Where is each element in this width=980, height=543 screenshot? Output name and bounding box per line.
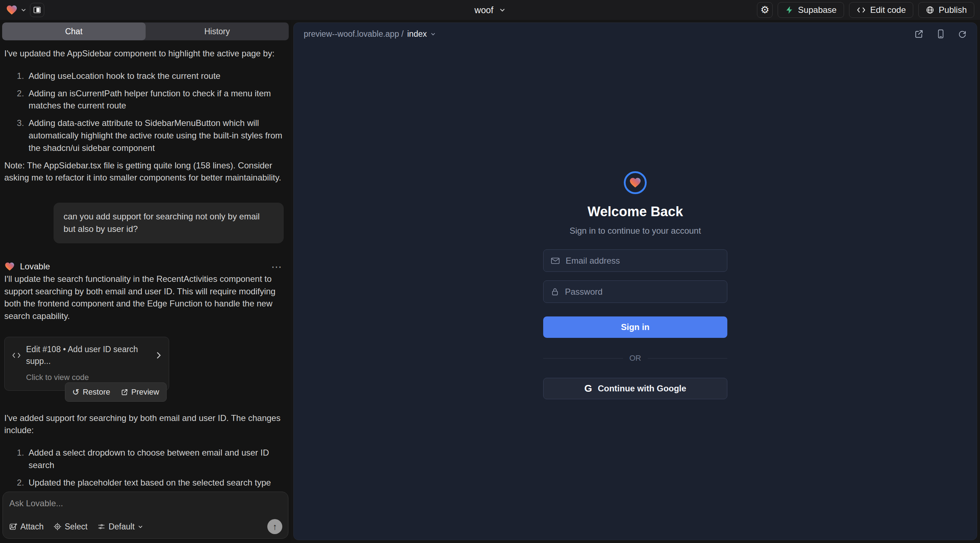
edit-card-toolbar: ↺ Restore Preview [65, 383, 167, 402]
assistant-message-text: I've updated the AppSidebar component to… [4, 48, 286, 60]
chevron-down-icon [21, 7, 26, 13]
app-logo [624, 171, 647, 194]
project-logo-menu[interactable] [6, 4, 26, 16]
topbar: woof ⚙ Supabase [0, 0, 980, 20]
preview-url-host: preview--woof.lovable.app / [304, 29, 404, 39]
email-field [543, 249, 727, 272]
send-button[interactable]: ↑ [267, 519, 282, 534]
signin-card: Welcome Back Sign in to continue to your… [543, 171, 727, 399]
assistant-numbered-list: Added a select dropdown to choose betwee… [4, 447, 286, 488]
preview-header-actions [914, 29, 967, 38]
chat-panel: Chat History I've updated the AppSidebar… [0, 20, 291, 543]
lovable-app: woof ⚙ Supabase [0, 0, 980, 543]
project-title-menu[interactable]: woof [475, 5, 506, 15]
supabase-button[interactable]: Supabase [778, 2, 844, 18]
sidebar-panel-icon [33, 6, 41, 14]
select-label: Select [65, 522, 88, 532]
external-link-icon [914, 29, 924, 38]
assistant-message-text: I'll update the search functionality in … [4, 273, 286, 322]
user-message-row: can you add support for searching not on… [4, 203, 286, 243]
signin-subtitle: Sign in to continue to your account [570, 226, 701, 236]
list-item: Added a select dropdown to choose betwee… [26, 447, 286, 472]
assistant-note-text: Note: The AppSidebar.tsx file is getting… [4, 159, 286, 184]
edit-card-title-row: Edit #108 • Add user ID search supp... [12, 344, 162, 367]
smartphone-icon [937, 29, 945, 38]
assistant-header: Lovable ⋯ [4, 260, 286, 273]
google-signin-button[interactable]: G Continue with Google [543, 378, 727, 399]
lock-icon [550, 287, 559, 296]
mode-label: Default [108, 522, 135, 532]
assistant-numbered-list: Adding useLocation hook to track the cur… [4, 70, 286, 154]
code-brackets-icon [12, 352, 21, 359]
select-target-icon [54, 523, 61, 530]
tab-chat[interactable]: Chat [2, 22, 146, 40]
user-message-bubble: can you add support for searching not on… [54, 203, 284, 243]
attach-button[interactable]: Attach [9, 522, 43, 532]
project-title: woof [475, 5, 493, 15]
chevron-down-icon [138, 524, 143, 529]
arrow-up-icon: ↑ [273, 522, 277, 532]
divider-label: OR [630, 354, 641, 363]
list-item: Adding useLocation hook to track the cur… [26, 70, 286, 83]
sliders-icon [97, 523, 105, 530]
edit-card-title: Edit #108 • Add user ID search supp... [26, 344, 151, 367]
attach-label: Attach [20, 522, 43, 532]
restore-button[interactable]: ↺ Restore [72, 386, 110, 398]
preview-panel: preview--woof.lovable.app / index [293, 22, 977, 540]
divider-line [648, 358, 728, 359]
chat-history-tabs: Chat History [2, 22, 289, 40]
lovable-heart-icon [4, 261, 15, 272]
topbar-left [6, 3, 44, 17]
edit-code-button[interactable]: Edit code [849, 2, 913, 18]
google-label: Continue with Google [598, 384, 686, 394]
assistant-message-text: I've added support for searching by both… [4, 412, 286, 437]
email-input[interactable] [566, 256, 720, 266]
or-divider: OR [543, 354, 727, 363]
chat-messages: I've updated the AppSidebar component to… [0, 40, 291, 488]
list-item: Updated the placeholder text based on th… [26, 476, 286, 488]
chevron-right-icon [156, 352, 162, 359]
tab-history[interactable]: History [146, 22, 289, 40]
globe-icon [926, 6, 934, 14]
preview-header: preview--woof.lovable.app / index [294, 23, 977, 45]
restore-icon: ↺ [72, 388, 80, 396]
preview-url-dropdown[interactable]: preview--woof.lovable.app / index [304, 29, 436, 39]
mode-dropdown[interactable]: Default [97, 522, 143, 532]
signin-button[interactable]: Sign in [543, 316, 727, 338]
external-link-icon [121, 389, 128, 396]
refresh-icon [958, 30, 967, 38]
message-options-button[interactable]: ⋯ [271, 260, 283, 273]
publish-button[interactable]: Publish [918, 2, 974, 18]
preview-label: Preview [131, 386, 159, 398]
toggle-sidebar-button[interactable] [30, 3, 44, 17]
password-input[interactable] [565, 287, 720, 297]
edit-code-card[interactable]: Edit #108 • Add user ID search supp... C… [4, 337, 169, 391]
preview-viewport: Welcome Back Sign in to continue to your… [294, 45, 977, 540]
divider-line [543, 358, 623, 359]
supabase-bolt-icon [785, 6, 794, 14]
password-field [543, 280, 727, 303]
main-area: Chat History I've updated the AppSidebar… [0, 20, 980, 543]
edit-code-label: Edit code [870, 5, 906, 15]
assistant-name: Lovable [20, 260, 50, 273]
supabase-label: Supabase [798, 5, 837, 15]
settings-button[interactable]: ⚙ [757, 2, 773, 18]
publish-label: Publish [939, 5, 967, 15]
envelope-icon [550, 257, 560, 265]
refresh-button[interactable] [958, 30, 967, 38]
preview-button[interactable]: Preview [121, 386, 159, 398]
select-button[interactable]: Select [54, 522, 88, 532]
signin-title: Welcome Back [587, 204, 683, 219]
attach-image-icon [9, 523, 17, 530]
gear-icon: ⚙ [760, 5, 770, 15]
topbar-actions: ⚙ Supabase Edit code [757, 2, 974, 18]
chevron-down-icon [430, 32, 436, 37]
list-item: Adding an isCurrentPath helper function … [26, 87, 286, 113]
chevron-down-icon [499, 7, 505, 13]
preview-url-page: index [407, 29, 427, 39]
mobile-view-button[interactable] [937, 29, 945, 38]
restore-label: Restore [83, 386, 110, 398]
open-in-new-tab-button[interactable] [914, 29, 924, 38]
chat-input[interactable] [9, 499, 282, 508]
composer-controls: Attach Select Default [9, 519, 282, 534]
